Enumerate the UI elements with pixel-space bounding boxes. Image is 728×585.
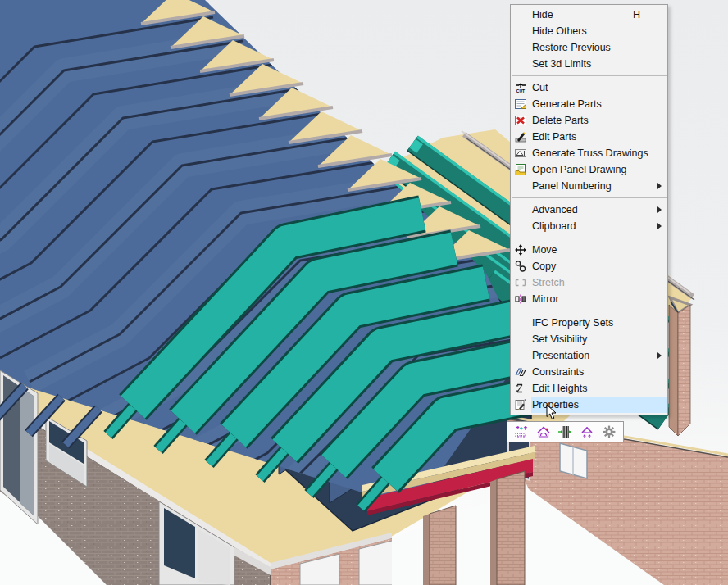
gear-icon (602, 424, 617, 439)
settings-button[interactable] (600, 424, 618, 440)
menu-separator (512, 238, 667, 238)
menu-item-cut[interactable]: CUT Cut (511, 79, 667, 96)
roof-tool-button[interactable] (535, 424, 553, 440)
menu-item-delete-parts[interactable]: Delete Parts (511, 112, 667, 129)
context-menu: Hide H Hide Others Restore Previous Set … (510, 4, 668, 415)
edit-parts-icon (514, 130, 527, 143)
menu-item-generate-parts[interactable]: Generate Parts (511, 96, 667, 112)
menu-item-generate-truss-drawings[interactable]: Generate Truss Drawings (511, 145, 667, 161)
menu-item-clipboard[interactable]: Clipboard (511, 218, 667, 234)
mirror-icon (514, 292, 527, 306)
menu-item-stretch: Stretch (511, 274, 667, 291)
menu-item-properties[interactable]: Properties (511, 397, 667, 413)
truss-raise-tool-icon (580, 424, 594, 439)
edit-heights-icon (514, 382, 527, 395)
menu-item-mirror[interactable]: Mirror (511, 291, 667, 307)
menu-item-edit-parts[interactable]: Edit Parts (511, 129, 667, 145)
menu-item-panel-numbering[interactable]: Panel Numbering (511, 178, 667, 194)
mini-toolbar (507, 421, 624, 442)
delete-parts-icon (514, 114, 527, 127)
roof-tool-icon (536, 424, 551, 439)
constraints-icon (514, 365, 527, 379)
submenu-arrow-icon (657, 206, 662, 213)
truss-raise-tool-button[interactable] (578, 424, 596, 440)
menu-item-presentation[interactable]: Presentation (511, 347, 667, 364)
submenu-arrow-icon (657, 223, 662, 229)
generate-parts-icon (514, 98, 527, 111)
menu-item-constraints[interactable]: Constraints (511, 364, 667, 380)
submenu-arrow-icon (657, 183, 662, 189)
menu-item-hide-others[interactable]: Hide Others (511, 23, 667, 39)
menu-item-hide[interactable]: Hide H (511, 7, 667, 23)
application-window: Hide H Hide Others Restore Previous Set … (0, 0, 728, 585)
menu-item-advanced[interactable]: Advanced (511, 202, 667, 218)
menu-item-set-3d-limits[interactable]: Set 3d Limits (511, 56, 667, 72)
shortcut-label: H (633, 9, 640, 20)
menu-item-copy[interactable]: Copy (511, 258, 667, 274)
menu-separator (512, 311, 667, 311)
menu-item-restore-previous[interactable]: Restore Previous (511, 39, 667, 56)
svg-text:CUT: CUT (516, 88, 525, 93)
open-panel-drawing-icon (514, 163, 527, 176)
menu-item-open-panel-drawing[interactable]: Open Panel Drawing (511, 161, 667, 178)
menu-item-edit-heights[interactable]: Edit Heights (511, 380, 667, 397)
truss-layout-tool-icon (514, 424, 529, 439)
menu-item-ifc-property-sets[interactable]: IFC Property Sets (511, 315, 667, 331)
wall-spacing-tool-button[interactable] (556, 424, 574, 440)
wall-corner-pillar[interactable] (669, 297, 690, 436)
stretch-icon (514, 276, 527, 289)
menu-separator (512, 197, 667, 198)
truss-layout-tool-button[interactable] (512, 424, 530, 440)
submenu-arrow-icon (657, 352, 662, 359)
move-icon (514, 243, 527, 256)
cut-icon: CUT (514, 81, 527, 94)
menu-item-move[interactable]: Move (511, 242, 667, 258)
wall-spacing-tool-icon (557, 424, 572, 439)
truss-drawings-icon (514, 147, 527, 160)
menu-separator (512, 75, 667, 76)
properties-icon (514, 398, 527, 411)
menu-item-set-visibility[interactable]: Set Visibility (511, 331, 667, 347)
copy-icon (514, 260, 527, 273)
